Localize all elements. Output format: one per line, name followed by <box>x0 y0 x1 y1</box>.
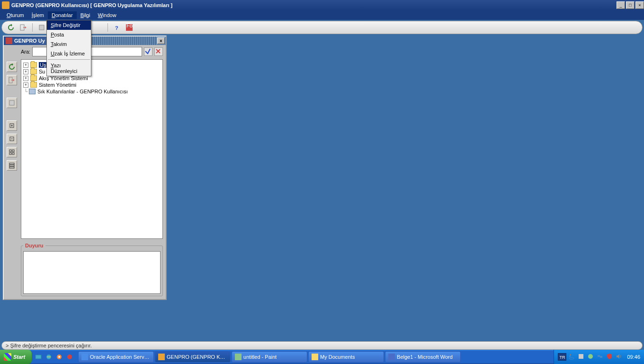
tray-icon-2[interactable] <box>578 353 585 361</box>
svg-point-25 <box>569 357 574 359</box>
start-button[interactable]: Start <box>0 350 32 364</box>
menu-window[interactable]: Window <box>94 11 120 19</box>
toolbar-exit-icon[interactable] <box>18 22 28 33</box>
folder-icon <box>30 82 37 88</box>
svg-rect-19 <box>9 167 14 168</box>
dropdown-separator <box>48 59 90 60</box>
ql-media-icon[interactable] <box>54 352 64 362</box>
dropdown-item[interactable]: Posta <box>47 30 91 39</box>
side-refresh-icon[interactable] <box>7 62 17 72</box>
announcement-label: Duyuru <box>23 243 45 248</box>
svg-rect-20 <box>36 355 41 359</box>
minimize-button[interactable]: _ <box>617 1 625 9</box>
side-toolbar <box>7 62 17 171</box>
java-icon <box>2 1 9 9</box>
taskbar-item[interactable]: GENPRO (GENPRO Kull... <box>155 351 231 363</box>
taskbar-item-icon <box>158 354 165 360</box>
status-bar: > Şifre değiştirme penceresini çağırır. <box>1 341 643 350</box>
dropdown-item[interactable]: Takvim <box>47 39 91 49</box>
tree-label: Sık Kullanılanlar - GENPRO Kullanıcısı <box>37 89 128 94</box>
tree-view[interactable]: +Uşak Tekstil Sistemi+Su+Akış Yönetim Si… <box>21 59 163 239</box>
taskbar-item-icon <box>235 354 242 360</box>
taskbar-item[interactable]: Oracle Application Serve... <box>78 351 154 363</box>
folder-icon <box>30 69 37 74</box>
quick-launch <box>34 352 74 362</box>
toolbar-app-icon[interactable]: Form <box>124 22 134 33</box>
search-clear-button[interactable] <box>154 47 163 56</box>
tray-icon-3[interactable] <box>587 353 595 361</box>
dropdown-item[interactable]: Şifre Değiştir <box>47 20 91 30</box>
taskbar-item[interactable]: My Documents <box>308 351 384 363</box>
window-title-bar: GENPRO (GENPRO Kullanıcısı) [ GENPRO Uyg… <box>0 0 644 10</box>
svg-rect-18 <box>9 165 14 166</box>
side-btn-7[interactable] <box>7 160 17 171</box>
tree-node[interactable]: +Uşak Tekstil Sistemi <box>23 62 161 68</box>
tree-node[interactable]: +Sistem Yönetimi <box>23 82 161 88</box>
toolbar-refresh-icon[interactable] <box>6 22 16 33</box>
side-btn-6[interactable] <box>7 147 17 157</box>
menu-i̇şlem[interactable]: İşlem <box>28 11 48 19</box>
svg-text:Form: Form <box>126 24 133 28</box>
folder-icon <box>30 75 37 81</box>
clock[interactable]: 09:46 <box>627 354 640 360</box>
navigator-title-text: GENPRO Uy <box>14 38 45 44</box>
svg-rect-1 <box>39 25 44 30</box>
status-text: > Şifre değiştirme penceresini çağırır. <box>6 343 92 348</box>
menu-oturum[interactable]: Oturum <box>3 11 28 19</box>
tree-toggle[interactable]: + <box>23 82 28 88</box>
ql-app-icon[interactable] <box>65 352 74 362</box>
svg-point-23 <box>58 356 60 358</box>
side-expand-icon[interactable] <box>7 120 17 131</box>
maximize-button[interactable]: □ <box>626 1 635 9</box>
tree-toggle[interactable]: + <box>23 76 28 81</box>
taskbar-item-label: Belge1 - Microsoft Word <box>397 354 453 360</box>
search-go-button[interactable] <box>144 47 152 56</box>
side-exit-icon[interactable] <box>7 75 17 85</box>
tree-label: Sistem Yönetimi <box>39 82 76 88</box>
language-indicator[interactable]: TR <box>558 353 566 361</box>
toolbar-separator <box>107 23 108 32</box>
tree-label: Su <box>39 69 45 74</box>
svg-rect-16 <box>12 153 14 155</box>
svg-rect-17 <box>9 163 14 164</box>
ql-ie-icon[interactable] <box>44 352 54 362</box>
tree-toggle[interactable]: + <box>23 63 28 68</box>
tray-shield-icon[interactable] <box>606 353 614 361</box>
side-btn-3[interactable] <box>7 98 17 108</box>
taskbar-item-icon <box>81 354 88 360</box>
svg-rect-28 <box>598 355 600 357</box>
toolbar-btn-1[interactable] <box>36 22 47 33</box>
tree-node[interactable]: +Akış Yönetim Sistemi <box>23 75 161 82</box>
close-button[interactable]: × <box>635 1 644 9</box>
windows-taskbar: Start Oracle Application Serve...GENPRO … <box>0 350 644 364</box>
menu-bar: OturumİşlemDonatılarBilgiWindow <box>0 10 644 20</box>
navigator-close-button[interactable]: × <box>157 37 165 44</box>
menu-bilgi[interactable]: Bilgi <box>77 11 94 19</box>
tray-network-icon[interactable] <box>597 353 604 361</box>
dropdown-item[interactable]: Uzak İş İzleme <box>47 49 91 58</box>
svg-rect-7 <box>9 100 14 105</box>
tree-toggle[interactable]: + <box>23 69 28 74</box>
svg-rect-13 <box>9 150 11 152</box>
donatilar-dropdown-menu: Şifre DeğiştirPostaTakvimUzak İş İzlemeY… <box>46 20 91 76</box>
help-icon[interactable]: ? <box>112 22 122 33</box>
favorites-icon <box>29 89 36 94</box>
tree-node[interactable]: └Sık Kullanılanlar - GENPRO Kullanıcısı <box>23 88 161 95</box>
ql-desktop-icon[interactable] <box>34 352 43 362</box>
toolbar-separator <box>32 23 33 32</box>
svg-rect-26 <box>579 354 583 359</box>
taskbar-item[interactable]: untitled - Paint <box>232 351 307 363</box>
svg-rect-14 <box>12 150 14 152</box>
tree-node[interactable]: +Su <box>23 68 161 75</box>
dropdown-item[interactable]: Yazı Düzenleyici <box>47 61 91 76</box>
taskbar-item-label: untitled - Paint <box>243 354 277 360</box>
tray-java-icon[interactable] <box>568 353 576 361</box>
menu-donatılar[interactable]: Donatılar <box>48 11 77 19</box>
tray-volume-icon[interactable] <box>616 353 623 361</box>
side-collapse-icon[interactable] <box>7 134 17 144</box>
announcement-panel: Duyuru <box>21 243 163 296</box>
taskbar-item-label: My Documents <box>320 354 355 360</box>
taskbar-item-label: Oracle Application Serve... <box>90 354 151 360</box>
taskbar-item[interactable]: Belge1 - Microsoft Word <box>385 351 461 363</box>
task-items: Oracle Application Serve...GENPRO (GENPR… <box>78 351 554 363</box>
